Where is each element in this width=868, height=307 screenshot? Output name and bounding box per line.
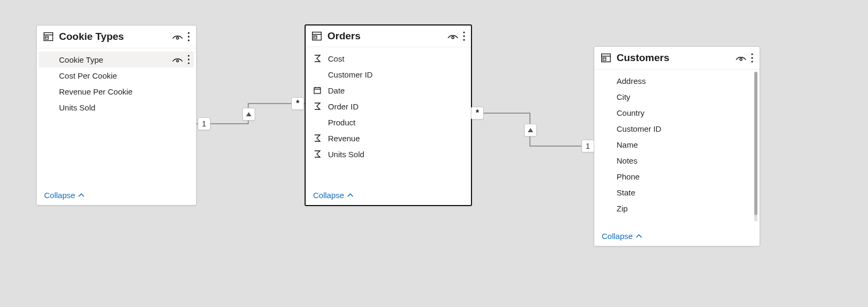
filter-direction-icon[interactable] bbox=[242, 108, 255, 121]
field-label: Units Sold bbox=[328, 150, 364, 159]
svg-point-34 bbox=[751, 61, 753, 62]
field-row[interactable]: Zip bbox=[596, 200, 757, 216]
svg-point-16 bbox=[452, 37, 454, 39]
svg-point-19 bbox=[463, 39, 465, 40]
field-list: AddressCityCountryCustomer IDNameNotesPh… bbox=[594, 70, 760, 226]
field-label: City bbox=[617, 92, 630, 101]
table-icon bbox=[43, 31, 54, 42]
visibility-icon[interactable] bbox=[735, 54, 747, 62]
svg-rect-20 bbox=[314, 88, 321, 93]
field-row[interactable]: Revenue Per Cookie bbox=[39, 83, 194, 99]
field-label: Date bbox=[328, 86, 345, 95]
scrollbar-thumb[interactable] bbox=[754, 72, 757, 215]
svg-point-7 bbox=[188, 39, 189, 41]
field-row[interactable]: Product bbox=[308, 114, 469, 130]
field-list: Cookie TypeCost Per CookieRevenue Per Co… bbox=[37, 48, 196, 185]
field-row[interactable]: Customer ID bbox=[308, 66, 469, 82]
table-icon bbox=[311, 31, 322, 41]
sigma-icon bbox=[312, 150, 323, 158]
field-row[interactable]: Notes bbox=[596, 152, 757, 168]
field-row[interactable]: Order ID bbox=[308, 98, 469, 114]
svg-point-6 bbox=[188, 36, 189, 37]
cardinality-badge-one: 1 bbox=[198, 117, 210, 130]
field-label: Phone bbox=[617, 172, 639, 181]
model-canvas[interactable]: Cookie Types Cookie TypeCost Per CookieR… bbox=[0, 0, 868, 307]
svg-point-18 bbox=[463, 35, 465, 37]
filter-direction-icon[interactable] bbox=[524, 124, 537, 137]
cardinality-badge-one: 1 bbox=[582, 140, 594, 152]
field-row[interactable]: City bbox=[596, 89, 757, 105]
field-label: Name bbox=[617, 140, 638, 149]
field-label: Customer ID bbox=[617, 124, 661, 133]
field-label: Cookie Type bbox=[59, 55, 103, 64]
cardinality-badge-many: * bbox=[471, 107, 484, 120]
table-icon bbox=[601, 53, 611, 63]
visibility-icon[interactable] bbox=[447, 32, 459, 40]
field-row[interactable]: Country bbox=[596, 105, 757, 121]
svg-point-32 bbox=[751, 53, 753, 55]
card-title: Orders bbox=[327, 30, 447, 42]
more-options-icon[interactable] bbox=[751, 53, 753, 63]
svg-point-33 bbox=[751, 57, 753, 58]
collapse-label: Collapse bbox=[313, 191, 344, 200]
table-card-customers[interactable]: Customers AddressCityCountryCustomer IDN… bbox=[594, 46, 760, 246]
calendar-icon bbox=[312, 86, 323, 95]
svg-marker-36 bbox=[528, 128, 533, 132]
field-label: Units Sold bbox=[59, 103, 95, 112]
field-label: Notes bbox=[617, 156, 637, 165]
svg-point-8 bbox=[176, 60, 179, 62]
collapse-label: Collapse bbox=[44, 191, 75, 200]
field-label: Address bbox=[617, 76, 646, 86]
svg-point-5 bbox=[188, 32, 189, 33]
collapse-button[interactable]: Collapse bbox=[602, 232, 752, 241]
field-row[interactable]: Phone bbox=[596, 168, 757, 184]
svg-point-17 bbox=[463, 31, 465, 33]
sigma-icon bbox=[312, 134, 323, 142]
card-title: Customers bbox=[617, 52, 735, 64]
more-options-icon[interactable] bbox=[188, 32, 190, 41]
field-row[interactable]: Cost bbox=[308, 50, 469, 66]
field-label: Customer ID bbox=[328, 70, 373, 79]
field-label: Cost Per Cookie bbox=[59, 71, 117, 80]
svg-point-10 bbox=[188, 59, 190, 61]
field-label: Zip bbox=[617, 204, 628, 213]
cardinality-badge-many: * bbox=[291, 97, 304, 110]
card-header[interactable]: Cookie Types bbox=[37, 25, 196, 48]
field-label: Cost bbox=[328, 54, 344, 63]
field-row[interactable]: Revenue bbox=[308, 130, 469, 146]
svg-point-31 bbox=[740, 58, 742, 61]
svg-point-9 bbox=[188, 55, 190, 57]
svg-point-11 bbox=[188, 63, 190, 64]
visibility-icon[interactable] bbox=[172, 33, 183, 40]
table-card-orders[interactable]: Orders CostCustomer IDDateOrder IDProduc… bbox=[305, 24, 472, 206]
collapse-label: Collapse bbox=[602, 232, 633, 241]
field-label: State bbox=[617, 188, 635, 197]
more-options-icon[interactable] bbox=[188, 55, 190, 64]
collapse-button[interactable]: Collapse bbox=[313, 191, 464, 200]
svg-marker-35 bbox=[246, 112, 251, 116]
field-row[interactable]: State bbox=[596, 184, 757, 200]
sigma-icon bbox=[312, 54, 323, 63]
field-label: Revenue Per Cookie bbox=[59, 87, 132, 96]
field-row[interactable]: Customer ID bbox=[596, 121, 757, 137]
collapse-button[interactable]: Collapse bbox=[44, 191, 189, 200]
field-label: Product bbox=[328, 118, 356, 127]
visibility-icon[interactable] bbox=[172, 56, 183, 63]
svg-point-4 bbox=[176, 37, 179, 39]
field-row[interactable]: Units Sold bbox=[39, 99, 194, 115]
field-label: Order ID bbox=[328, 102, 359, 111]
field-row[interactable]: Address bbox=[596, 73, 757, 89]
table-card-cookie-types[interactable]: Cookie Types Cookie TypeCost Per CookieR… bbox=[36, 25, 197, 206]
field-row[interactable]: Date bbox=[308, 82, 469, 98]
field-row[interactable]: Name bbox=[596, 137, 757, 152]
card-title: Cookie Types bbox=[59, 31, 172, 42]
card-header[interactable]: Customers bbox=[594, 47, 760, 70]
sigma-icon bbox=[312, 102, 323, 110]
field-list: CostCustomer IDDateOrder IDProductRevenu… bbox=[306, 47, 471, 185]
more-options-icon[interactable] bbox=[463, 31, 465, 41]
card-header[interactable]: Orders bbox=[306, 25, 471, 47]
field-row[interactable]: Cost Per Cookie bbox=[39, 67, 194, 83]
field-row[interactable]: Cookie Type bbox=[39, 52, 194, 67]
field-row[interactable]: Units Sold bbox=[308, 146, 469, 162]
field-label: Revenue bbox=[328, 134, 360, 143]
